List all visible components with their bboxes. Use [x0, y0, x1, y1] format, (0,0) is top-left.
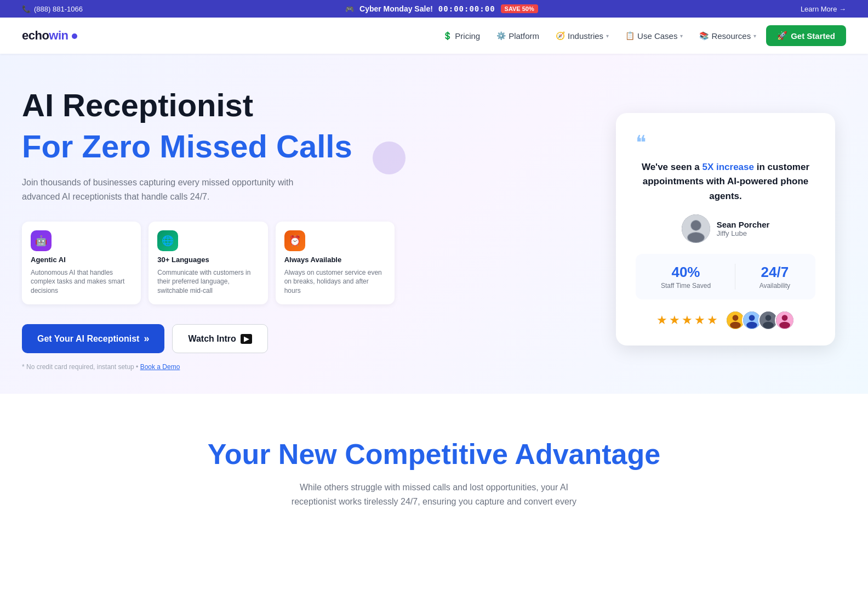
hero-title-line2: For Zero Missed Calls — [22, 128, 395, 165]
hero-title-missed: Missed Calls — [151, 128, 352, 164]
top-banner: (888) 881-1066 🎮 Cyber Monday Sale! 00:0… — [0, 0, 868, 18]
hero-title-line1: AI Receptionist — [22, 88, 395, 123]
star-1: ★ — [656, 313, 667, 327]
author-company: Jiffy Lube — [717, 229, 770, 237]
decorative-circle — [373, 141, 406, 174]
agentic-icon: 🤖 — [31, 230, 52, 251]
nav-platform-label: Platform — [509, 31, 539, 41]
nav-resources-label: Resources — [711, 31, 751, 41]
svg-point-15 — [782, 315, 788, 321]
save-badge: SAVE 50% — [501, 4, 538, 13]
nav-resources[interactable]: 📚 Resources ▾ — [693, 27, 763, 45]
svg-point-13 — [763, 322, 774, 329]
pricing-icon: 💲 — [443, 31, 452, 40]
languages-title: 30+ Languages — [157, 256, 259, 264]
testimonial-card: ❝ We've seen a 5X increase in customer a… — [616, 113, 835, 346]
watch-intro-label: Watch Intro — [188, 334, 236, 344]
sale-announcement: 🎮 Cyber Monday Sale! 00:00:00:00 SAVE 50… — [345, 4, 538, 13]
author-name: Sean Porcher — [717, 220, 770, 229]
get-receptionist-label: Get Your AI Receptionist — [37, 334, 139, 344]
author-photo — [682, 214, 710, 243]
book-demo-link[interactable]: Book a Demo — [140, 363, 180, 371]
nav-use-cases-label: Use Cases — [637, 31, 677, 41]
available-desc: Always on customer service even on break… — [284, 268, 386, 296]
agentic-desc: Autonomous AI that handles complex tasks… — [31, 268, 132, 296]
svg-point-10 — [746, 322, 757, 329]
hero-title-zero: Zero — [82, 128, 151, 164]
no-cc-label: * No credit card required, instant setup… — [22, 363, 140, 371]
star-2: ★ — [669, 313, 680, 327]
feature-card-languages: 🌐 30+ Languages Communicate with custome… — [149, 222, 267, 304]
navbar: echowin 💲 Pricing ⚙️ Platform 🧭 Industri… — [0, 18, 868, 54]
platform-icon: ⚙️ — [496, 31, 506, 40]
available-title: Always Available — [284, 256, 386, 264]
sale-label: Cyber Monday Sale! — [359, 4, 433, 13]
logo-highlight: win — [49, 29, 68, 42]
learn-more-link[interactable]: Learn More → — [801, 5, 846, 13]
phone-number: (888) 881-1066 — [34, 5, 83, 13]
stat-time-saved: 40% Staff Time Saved — [661, 264, 711, 290]
resources-icon: 📚 — [699, 31, 709, 40]
author-info: Sean Porcher Jiffy Lube — [717, 220, 770, 237]
resources-chevron: ▾ — [753, 33, 756, 39]
use-cases-icon: 📋 — [625, 31, 635, 40]
feature-cards: 🤖 Agentic AI Autonomous AI that handles … — [22, 222, 395, 304]
watch-intro-button[interactable]: Watch Intro ▶ — [172, 324, 267, 353]
svg-point-6 — [733, 315, 739, 321]
svg-point-7 — [730, 322, 741, 329]
no-credit-card-text: * No credit card required, instant setup… — [22, 363, 395, 371]
testimonial-author: Sean Porcher Jiffy Lube — [636, 214, 815, 243]
stat-time-saved-label: Staff Time Saved — [661, 282, 711, 290]
svg-point-3 — [691, 220, 701, 230]
section2-title-highlight: Competitive Advantage — [345, 438, 660, 470]
logo[interactable]: echowin — [22, 29, 78, 43]
section2-title: Your New Competitive Advantage — [22, 438, 846, 471]
rocket-icon: 🚀 — [777, 31, 787, 41]
testimonial-text: We've seen a 5X increase in customer app… — [636, 160, 815, 203]
gamepad-icon: 🎮 — [345, 5, 354, 13]
nav-industries-label: Industries — [568, 31, 603, 41]
feature-card-available: ⏰ Always Available Always on customer se… — [276, 222, 395, 304]
author-avatar — [682, 214, 710, 243]
nav-pricing-label: Pricing — [455, 31, 480, 41]
stat-availability: 24/7 Availability — [760, 264, 790, 290]
feature-card-agentic: 🤖 Agentic AI Autonomous AI that handles … — [22, 222, 141, 304]
nav-links: 💲 Pricing ⚙️ Platform 🧭 Industries ▾ 📋 U… — [436, 25, 846, 46]
social-proof: ★ ★ ★ ★ ★ — [636, 310, 815, 330]
nav-pricing[interactable]: 💲 Pricing — [436, 27, 487, 45]
countdown-timer: 00:00:00:00 — [438, 4, 495, 13]
nav-use-cases[interactable]: 📋 Use Cases ▾ — [619, 27, 689, 45]
phone-number-container: (888) 881-1066 — [22, 5, 83, 13]
section2-title-prefix: Your New — [208, 438, 345, 470]
phone-icon — [22, 5, 31, 13]
stat-availability-value: 24/7 — [760, 264, 790, 281]
cta-buttons: Get Your AI Receptionist » Watch Intro ▶ — [22, 324, 395, 353]
youtube-icon: ▶ — [241, 334, 252, 344]
star-5: ★ — [707, 313, 718, 327]
get-started-button[interactable]: 🚀 Get Started — [766, 25, 846, 46]
get-started-label: Get Started — [791, 31, 835, 41]
quote-icon: ❝ — [636, 133, 815, 152]
star-4: ★ — [694, 313, 705, 327]
get-receptionist-button[interactable]: Get Your AI Receptionist » — [22, 324, 164, 353]
arrows-icon: » — [144, 333, 149, 344]
testimonial-highlight: 5X increase — [702, 162, 754, 172]
section2: Your New Competitive Advantage While oth… — [0, 394, 868, 552]
stat-availability-label: Availability — [760, 282, 790, 290]
languages-desc: Communicate with customers in their pref… — [157, 268, 259, 296]
hero-subtitle: Join thousands of businesses capturing e… — [22, 175, 307, 203]
testimonial-prefix: We've seen a — [642, 162, 703, 172]
languages-icon: 🌐 — [157, 230, 178, 251]
stats-row: 40% Staff Time Saved 24/7 Availability — [636, 254, 815, 299]
svg-point-9 — [749, 315, 755, 321]
star-rating: ★ ★ ★ ★ ★ — [656, 313, 718, 327]
stats-divider — [735, 264, 735, 290]
section2-subtitle: While others struggle with missed calls … — [281, 480, 587, 508]
industries-icon: 🧭 — [556, 31, 565, 40]
hero-content: AI Receptionist For Zero Missed Calls Jo… — [22, 88, 395, 371]
nav-platform[interactable]: ⚙️ Platform — [490, 27, 546, 45]
use-cases-chevron: ▾ — [680, 33, 683, 39]
stat-time-saved-value: 40% — [661, 264, 711, 281]
available-icon: ⏰ — [284, 230, 305, 251]
nav-industries[interactable]: 🧭 Industries ▾ — [549, 27, 615, 45]
